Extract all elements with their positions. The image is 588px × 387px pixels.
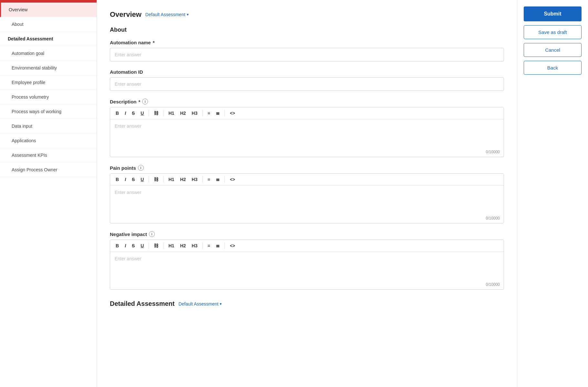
sidebar: Overview About Detailed Assessment Autom… bbox=[0, 0, 97, 387]
description-toolbar: B I S U ⛓ H1 H2 H3 ≡ ≣ <> bbox=[110, 107, 504, 119]
right-panel: Submit Save as draft Cancel Back bbox=[517, 0, 588, 387]
sidebar-item-automation-goal[interactable]: Automation goal bbox=[0, 46, 97, 61]
description-char-count: 0/10000 bbox=[110, 148, 504, 157]
toolbar-divider bbox=[202, 242, 203, 249]
sidebar-item-assessment-kpis[interactable]: Assessment KPIs bbox=[0, 148, 97, 163]
h1-button[interactable]: H1 bbox=[166, 109, 176, 117]
automation-name-label: Automation name * bbox=[110, 40, 504, 45]
sidebar-item-label: Applications bbox=[12, 138, 36, 143]
sidebar-item-environmental-stability[interactable]: Environmental stability bbox=[0, 61, 97, 75]
chevron-down-icon: ▾ bbox=[187, 12, 189, 17]
italic-button[interactable]: I bbox=[122, 109, 128, 117]
bottom-assessment-tag[interactable]: Default Assessment ▾ bbox=[178, 301, 222, 306]
pain-points-editor: B I S U ⛓ H1 H2 H3 ≡ ≣ <> Enter answer 0… bbox=[110, 173, 504, 223]
h1-button[interactable]: H1 bbox=[166, 242, 176, 250]
strikethrough-button[interactable]: S bbox=[130, 109, 137, 117]
description-label: Description * i bbox=[110, 99, 504, 104]
sidebar-item-process-volumetry[interactable]: Process volumetry bbox=[0, 90, 97, 104]
pain-points-placeholder: Enter answer bbox=[115, 190, 141, 195]
strikethrough-button[interactable]: S bbox=[130, 176, 137, 183]
h3-button[interactable]: H3 bbox=[189, 176, 200, 183]
bottom-section-title-text: Detailed Assessment bbox=[110, 300, 174, 307]
cancel-button[interactable]: Cancel bbox=[524, 43, 582, 57]
pain-points-info-icon[interactable]: i bbox=[138, 165, 144, 171]
pain-points-content[interactable]: Enter answer bbox=[110, 186, 504, 215]
h2-button[interactable]: H2 bbox=[178, 109, 188, 117]
link-button[interactable]: ⛓ bbox=[152, 176, 161, 183]
sidebar-item-label: Process ways of working bbox=[12, 109, 61, 114]
bullet-list-button[interactable]: ≡ bbox=[205, 242, 212, 250]
back-button[interactable]: Back bbox=[524, 61, 582, 75]
description-content[interactable]: Enter answer bbox=[110, 119, 504, 148]
sidebar-item-data-input[interactable]: Data input bbox=[0, 119, 97, 134]
toolbar-divider bbox=[163, 242, 163, 249]
sidebar-item-assign-process-owner[interactable]: Assign Process Owner bbox=[0, 163, 97, 177]
sidebar-item-label: Data input bbox=[12, 124, 32, 129]
toolbar-divider bbox=[225, 242, 225, 249]
ordered-list-button[interactable]: ≣ bbox=[214, 109, 222, 117]
toolbar-divider bbox=[225, 176, 225, 183]
sidebar-item-employee-profile[interactable]: Employee profile bbox=[0, 75, 97, 90]
pain-points-label: Pain points i bbox=[110, 165, 504, 171]
sidebar-item-label: Assessment KPIs bbox=[12, 153, 47, 158]
automation-name-input[interactable] bbox=[110, 48, 504, 61]
bold-button[interactable]: B bbox=[113, 109, 121, 117]
h2-button[interactable]: H2 bbox=[178, 242, 188, 250]
underline-button[interactable]: U bbox=[138, 109, 146, 117]
sidebar-item-label: Assign Process Owner bbox=[12, 167, 58, 172]
sidebar-item-label: Detailed Assessment bbox=[8, 36, 53, 41]
ordered-list-button[interactable]: ≣ bbox=[214, 242, 222, 250]
sidebar-item-label: Employee profile bbox=[12, 80, 45, 85]
ordered-list-button[interactable]: ≣ bbox=[214, 176, 222, 183]
toolbar-divider bbox=[225, 110, 225, 116]
main-content: Overview Default Assessment ▾ About Auto… bbox=[97, 0, 517, 387]
sidebar-item-process-ways[interactable]: Process ways of working bbox=[0, 104, 97, 119]
description-info-icon[interactable]: i bbox=[142, 99, 148, 104]
bottom-chevron-down-icon: ▾ bbox=[220, 302, 222, 306]
description-placeholder: Enter answer bbox=[115, 124, 141, 129]
sidebar-item-applications[interactable]: Applications bbox=[0, 134, 97, 148]
sidebar-item-detailed-assessment[interactable]: Detailed Assessment bbox=[0, 32, 97, 46]
automation-id-field: Automation ID bbox=[110, 69, 504, 91]
negative-impact-toolbar: B I S U ⛓ H1 H2 H3 ≡ ≣ <> bbox=[110, 240, 504, 252]
code-button[interactable]: <> bbox=[227, 109, 237, 117]
bold-button[interactable]: B bbox=[113, 242, 121, 250]
automation-id-label: Automation ID bbox=[110, 69, 504, 75]
toolbar-divider bbox=[149, 176, 149, 183]
negative-impact-info-icon[interactable]: i bbox=[149, 231, 155, 237]
h3-button[interactable]: H3 bbox=[189, 242, 200, 250]
sidebar-item-about[interactable]: About bbox=[0, 17, 97, 32]
h3-button[interactable]: H3 bbox=[189, 109, 200, 117]
sidebar-item-overview[interactable]: Overview bbox=[0, 3, 97, 17]
negative-impact-content[interactable]: Enter answer bbox=[110, 252, 504, 281]
toolbar-divider bbox=[163, 176, 163, 183]
link-button[interactable]: ⛓ bbox=[152, 242, 161, 250]
h2-button[interactable]: H2 bbox=[178, 176, 188, 183]
italic-button[interactable]: I bbox=[122, 242, 128, 250]
strikethrough-button[interactable]: S bbox=[130, 242, 137, 250]
code-button[interactable]: <> bbox=[227, 242, 237, 250]
toolbar-divider bbox=[163, 110, 163, 116]
automation-id-input[interactable] bbox=[110, 77, 504, 91]
negative-impact-char-count: 0/10000 bbox=[110, 281, 504, 289]
link-button[interactable]: ⛓ bbox=[152, 109, 161, 117]
bullet-list-button[interactable]: ≡ bbox=[205, 176, 212, 183]
automation-name-field: Automation name * bbox=[110, 40, 504, 61]
bullet-list-button[interactable]: ≡ bbox=[205, 109, 212, 117]
underline-button[interactable]: U bbox=[138, 176, 146, 183]
sidebar-item-label: Overview bbox=[9, 7, 27, 12]
bold-button[interactable]: B bbox=[113, 176, 121, 183]
toolbar-divider bbox=[149, 110, 149, 116]
toolbar-divider bbox=[149, 242, 149, 249]
negative-impact-field: Negative impact i B I S U ⛓ H1 H2 H3 ≡ ≣… bbox=[110, 231, 504, 290]
negative-impact-label: Negative impact i bbox=[110, 231, 504, 237]
sidebar-item-label: Process volumetry bbox=[12, 94, 49, 100]
code-button[interactable]: <> bbox=[227, 176, 237, 183]
h1-button[interactable]: H1 bbox=[166, 176, 176, 183]
submit-button[interactable]: Submit bbox=[524, 6, 582, 21]
italic-button[interactable]: I bbox=[122, 176, 128, 183]
save-as-draft-button[interactable]: Save as draft bbox=[524, 25, 582, 39]
assessment-tag[interactable]: Default Assessment ▾ bbox=[145, 12, 189, 17]
bottom-section-header: Detailed Assessment Default Assessment ▾ bbox=[110, 300, 504, 307]
underline-button[interactable]: U bbox=[138, 242, 146, 250]
